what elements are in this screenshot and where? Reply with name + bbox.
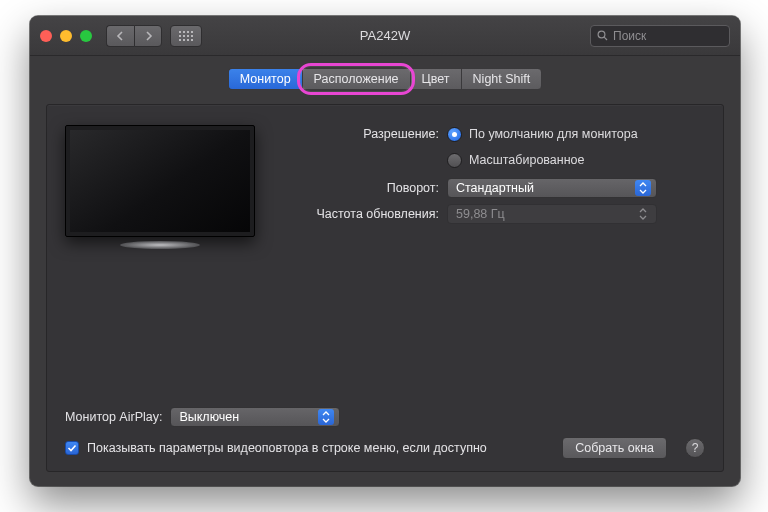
chevron-updown-icon [635, 206, 651, 222]
tab-label: Night Shift [473, 72, 531, 86]
monitor-preview [65, 125, 255, 255]
search-input[interactable]: Поиск [590, 25, 730, 47]
traffic-lights [40, 30, 92, 42]
help-button[interactable]: ? [685, 438, 705, 458]
tabs: МониторРасположениеЦветNight Shift [46, 68, 724, 90]
svg-rect-8 [179, 39, 181, 41]
tab-монитор[interactable]: Монитор [228, 68, 302, 90]
svg-rect-2 [187, 31, 189, 33]
tab-расположение[interactable]: Расположение [302, 68, 410, 90]
search-placeholder: Поиск [613, 29, 646, 43]
show-mirroring-label: Показывать параметры видеоповтора в стро… [87, 441, 487, 455]
refresh-value: 59,88 Гц [456, 207, 505, 221]
forward-button[interactable] [134, 25, 162, 47]
show-all-button[interactable] [170, 25, 202, 47]
airplay-value: Выключен [179, 410, 239, 424]
back-button[interactable] [106, 25, 134, 47]
svg-rect-7 [191, 35, 193, 37]
svg-rect-1 [183, 31, 185, 33]
airplay-select[interactable]: Выключен [170, 407, 340, 427]
titlebar: PA242W Поиск [30, 16, 740, 56]
svg-rect-0 [179, 31, 181, 33]
resolution-default-radio[interactable] [447, 127, 462, 142]
tab-label: Расположение [314, 72, 399, 86]
tab-label: Цвет [422, 72, 450, 86]
tab-night-shift[interactable]: Night Shift [461, 68, 543, 90]
display-settings: Разрешение: По умолчанию для монитора Ма… [277, 123, 705, 255]
tab-цвет[interactable]: Цвет [410, 68, 461, 90]
refresh-label: Частота обновления: [277, 207, 447, 221]
gather-windows-button[interactable]: Собрать окна [562, 437, 667, 459]
resolution-scaled-radio[interactable] [447, 153, 462, 168]
content-panel: Разрешение: По умолчанию для монитора Ма… [46, 104, 724, 472]
svg-point-12 [598, 31, 605, 38]
svg-line-13 [604, 37, 607, 40]
svg-rect-5 [183, 35, 185, 37]
help-label: ? [692, 441, 699, 455]
airplay-label: Монитор AirPlay: [65, 410, 162, 424]
rotation-value: Стандартный [456, 181, 534, 195]
svg-rect-11 [191, 39, 193, 41]
resolution-default-label: По умолчанию для монитора [469, 127, 638, 141]
rotation-select[interactable]: Стандартный [447, 178, 657, 198]
rotation-label: Поворот: [277, 181, 447, 195]
window-body: МониторРасположениеЦветNight Shift Разре… [30, 56, 740, 486]
resolution-scaled-label: Масштабированное [469, 153, 585, 167]
nav-segment [106, 25, 162, 47]
resolution-label: Разрешение: [277, 127, 447, 141]
svg-rect-3 [191, 31, 193, 33]
tab-label: Монитор [240, 72, 291, 86]
monitor-stand-icon [120, 241, 200, 249]
refresh-select: 59,88 Гц [447, 204, 657, 224]
svg-rect-6 [187, 35, 189, 37]
svg-rect-4 [179, 35, 181, 37]
zoom-button[interactable] [80, 30, 92, 42]
svg-rect-9 [183, 39, 185, 41]
airplay-row: Монитор AirPlay: Выключен [65, 407, 705, 427]
gather-windows-label: Собрать окна [575, 441, 654, 455]
minimize-button[interactable] [60, 30, 72, 42]
search-icon [597, 30, 608, 41]
footer-row: Показывать параметры видеоповтора в стро… [65, 437, 705, 459]
svg-rect-10 [187, 39, 189, 41]
chevron-updown-icon [318, 409, 334, 425]
close-button[interactable] [40, 30, 52, 42]
monitor-screen-icon [65, 125, 255, 237]
show-mirroring-checkbox[interactable] [65, 441, 79, 455]
preferences-window: PA242W Поиск МониторРасположениеЦветNigh… [30, 16, 740, 486]
chevron-updown-icon [635, 180, 651, 196]
